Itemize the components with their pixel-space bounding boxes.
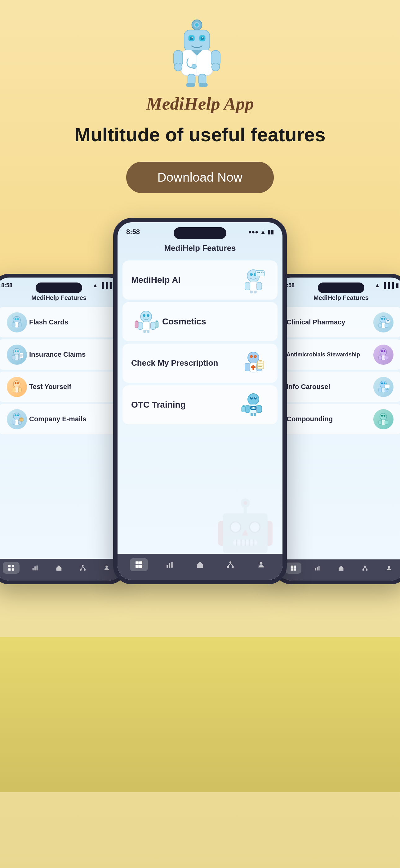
svg-rect-20	[186, 83, 195, 87]
svg-rect-115	[251, 413, 253, 416]
tab-network-center[interactable]	[222, 558, 239, 571]
svg-rect-100	[258, 361, 264, 369]
svg-rect-157	[381, 420, 385, 425]
svg-rect-81	[151, 322, 156, 330]
svg-point-156	[380, 413, 387, 420]
svg-point-8	[202, 37, 203, 38]
tab-person-left[interactable]	[98, 562, 115, 574]
svg-rect-166	[315, 568, 316, 570]
feature-check-prescription[interactable]: Check My Prescription	[123, 344, 277, 383]
phones-showcase: 8:58 ▲ ▐▐▐ ▮ MediHelp Features	[0, 218, 400, 637]
svg-point-110	[254, 397, 257, 400]
svg-rect-77	[254, 291, 257, 294]
svg-rect-24	[12, 322, 15, 327]
svg-point-139	[387, 320, 388, 321]
svg-point-42	[14, 382, 16, 384]
svg-rect-116	[254, 413, 256, 416]
compounding-robot-icon	[373, 409, 394, 429]
feature-insurance-claims: Insurance Claims	[0, 339, 120, 370]
svg-point-28	[13, 348, 20, 355]
svg-point-61	[84, 569, 86, 571]
insurance-robot-icon	[7, 345, 27, 365]
test-icon-area	[4, 376, 29, 398]
svg-rect-89	[147, 330, 149, 333]
svg-rect-108	[257, 405, 262, 412]
time-center: 8:58	[126, 228, 140, 236]
wifi-icon-center: ●●●	[248, 229, 259, 235]
info-carousel-label: Info Carousel	[287, 383, 371, 391]
tab-bar-left	[0, 559, 124, 581]
check-prescription-label: Check My Prescription	[131, 358, 238, 369]
info-icon-area	[371, 376, 396, 398]
company-emails-label: Company E-mails	[29, 415, 113, 423]
feature-cosmetics[interactable]: Cosmetics	[123, 302, 277, 341]
svg-rect-99	[251, 366, 256, 368]
svg-rect-87	[156, 321, 158, 322]
svg-point-90	[248, 352, 259, 363]
tab-house-left[interactable]	[51, 562, 67, 574]
mascot-robot	[166, 19, 234, 87]
tab-grid-right[interactable]	[285, 562, 301, 574]
svg-rect-68	[257, 282, 262, 290]
phone-screen-center: 8:58 ●●● ▲ ▮▮ MediHelp Features MediHelp…	[118, 222, 282, 580]
svg-point-71	[252, 274, 253, 275]
svg-rect-162	[291, 566, 293, 568]
svg-rect-164	[291, 568, 293, 571]
battery-right: ▮	[396, 282, 399, 289]
svg-rect-119	[135, 562, 139, 565]
svg-rect-125	[171, 562, 172, 568]
status-icons-center: ●●● ▲ ▮▮	[248, 228, 274, 235]
status-icons-right: ▲ ▐▐▐ ▮	[374, 282, 399, 289]
svg-point-109	[250, 397, 253, 400]
antimicrobials-label: Antimicrobials Stewardship	[287, 351, 371, 358]
svg-point-111	[252, 397, 253, 398]
compounding-icon-area	[371, 408, 396, 430]
svg-point-136	[381, 318, 383, 320]
svg-rect-153	[385, 384, 390, 388]
svg-rect-165	[294, 568, 296, 571]
clinical-pharmacy-label: Clinical Pharmacy	[287, 318, 371, 326]
tab-home-left[interactable]	[3, 562, 20, 574]
svg-point-96	[252, 356, 253, 357]
svg-point-15	[174, 63, 182, 71]
dynamic-island-right	[318, 282, 364, 293]
tab-chart-center[interactable]	[161, 558, 178, 571]
svg-point-13	[192, 64, 197, 69]
tab-network-left[interactable]	[74, 562, 91, 574]
tab-person-right[interactable]	[381, 562, 397, 574]
svg-rect-57	[34, 566, 36, 570]
dynamic-island-left	[36, 282, 82, 293]
svg-point-141	[380, 349, 387, 355]
svg-rect-149	[378, 388, 382, 392]
screen-header-center: MediHelp Features	[118, 239, 282, 258]
svg-rect-80	[138, 322, 143, 330]
emails-robot-icon	[7, 409, 27, 429]
tab-bar-right	[276, 559, 400, 581]
svg-point-170	[362, 569, 364, 571]
tab-person-center[interactable]	[252, 558, 270, 571]
svg-rect-40	[12, 388, 15, 392]
svg-point-48	[14, 414, 16, 416]
svg-rect-117	[241, 407, 245, 412]
feature-medihelp-ai[interactable]: MediHelp AI	[123, 260, 277, 300]
test-robot-icon	[7, 377, 27, 397]
tab-grid-center[interactable]	[130, 558, 148, 571]
svg-line-62	[80, 567, 82, 569]
feature-otc-training[interactable]: OTC Training	[123, 385, 277, 424]
tab-network-right[interactable]	[357, 562, 373, 574]
svg-rect-39	[15, 387, 19, 393]
svg-rect-2	[184, 30, 210, 52]
download-now-button[interactable]: Download Now	[126, 162, 273, 193]
tab-chart-right[interactable]	[309, 562, 325, 574]
svg-point-169	[364, 566, 366, 567]
tab-house-right[interactable]	[333, 562, 349, 574]
dynamic-island-center	[174, 227, 226, 239]
medihelp-ai-label: MediHelp AI	[131, 275, 238, 285]
tab-house-center[interactable]	[191, 558, 209, 571]
tab-chart-left[interactable]	[27, 562, 43, 574]
signal-icon-left: ▐▐▐	[100, 282, 112, 289]
svg-point-43	[17, 382, 19, 384]
feature-compounding: Compounding	[280, 404, 400, 434]
phone-left: 8:58 ▲ ▐▐▐ ▮ MediHelp Features	[0, 274, 127, 584]
svg-rect-67	[245, 282, 250, 290]
